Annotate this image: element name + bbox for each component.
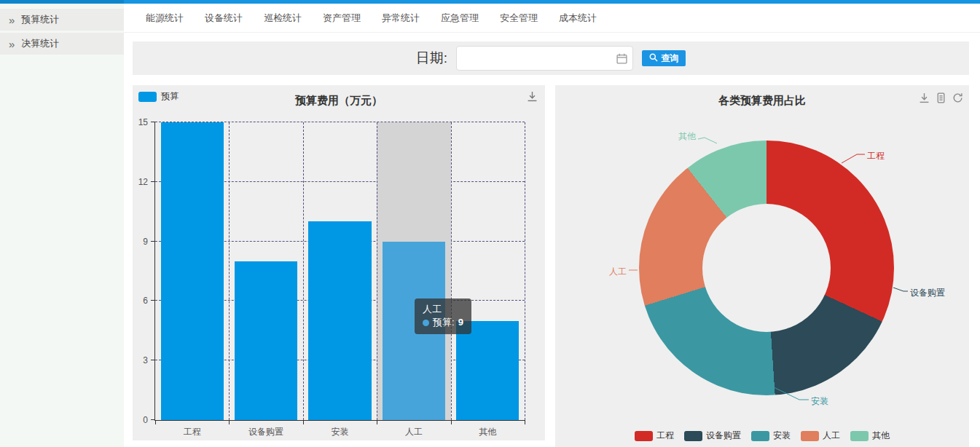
y-axis-tick-label: 9	[143, 237, 148, 247]
bar[interactable]	[235, 261, 297, 420]
search-icon	[649, 53, 658, 64]
bar-slot-1[interactable]: 设备购置	[229, 122, 302, 420]
nav-tab-5[interactable]: 应急管理	[441, 12, 479, 25]
x-axis-tick-label: 安装	[303, 426, 377, 438]
x-axis-tick-label: 工程	[155, 426, 229, 438]
pie-label-other: 其他	[678, 130, 696, 143]
date-input[interactable]	[457, 53, 632, 64]
sidebar-item-final-stats[interactable]: » 决算统计	[0, 33, 124, 55]
sidebar: » 预算统计 » 决算统计	[0, 4, 124, 447]
y-axis-tick-label: 15	[138, 117, 148, 127]
nav-tab-1[interactable]: 设备统计	[205, 12, 243, 25]
nav-tab-3[interactable]: 资产管理	[323, 12, 361, 25]
legend-label: 工程	[656, 430, 674, 442]
calendar-icon[interactable]	[616, 53, 627, 67]
y-axis-tick-label: 3	[143, 355, 148, 365]
legend-label: 安装	[773, 430, 791, 442]
bar[interactable]	[308, 221, 371, 420]
y-axis-tick-label: 6	[143, 296, 148, 306]
y-axis-tick-label: 0	[143, 415, 148, 425]
pie-legend-item-2[interactable]: 安装	[751, 430, 791, 442]
pie-label-install: 安装	[811, 395, 828, 408]
pie-legend: 工程设备购置安装人工其他	[555, 430, 969, 442]
x-axis-tick-label: 设备购置	[229, 426, 302, 438]
double-chevron-icon: »	[9, 15, 15, 25]
refresh-icon[interactable]	[952, 92, 963, 106]
legend-label: 设备购置	[706, 430, 741, 442]
pie-legend-item-3[interactable]: 人工	[801, 430, 840, 442]
legend-swatch	[684, 431, 702, 441]
bar[interactable]	[383, 242, 445, 420]
pie-label-engineering: 工程	[867, 150, 885, 162]
donut-chart[interactable]	[639, 141, 894, 395]
page: » 预算统计 » 决算统计 能源统计设备统计巡检统计资产管理异常统计应急管理安全…	[0, 0, 980, 447]
bar-slot-0[interactable]: 工程	[155, 122, 229, 420]
legend-label: 人工	[823, 430, 840, 442]
download-icon[interactable]	[919, 92, 930, 106]
date-label: 日期:	[416, 49, 447, 68]
donut-hole	[702, 204, 831, 332]
bar-chart-card: 预算 预算费用（万元） 03691215工程设备购置安装人工其他 人工 预算: …	[133, 85, 545, 440]
date-picker[interactable]	[456, 46, 633, 71]
pie-legend-item-4[interactable]: 其他	[850, 430, 890, 442]
pie-legend-item-0[interactable]: 工程	[635, 430, 674, 442]
x-axis-tick-label: 人工	[377, 426, 450, 438]
legend-swatch	[801, 431, 819, 441]
bar-plot: 03691215工程设备购置安装人工其他 人工 预算: 9	[154, 122, 525, 421]
bar-slot-4[interactable]: 其他	[451, 122, 525, 420]
pie-chart-card: 各类预算费用占比	[555, 85, 969, 447]
sidebar-item-budget-stats[interactable]: » 预算统计	[0, 9, 124, 31]
pie-label-labor: 人工	[609, 266, 627, 278]
double-chevron-icon: »	[9, 39, 15, 50]
bar-slot-2[interactable]: 安装	[303, 122, 377, 420]
filter-bar: 日期: 查询	[133, 41, 969, 75]
pie-label-equipment: 设备购置	[910, 287, 945, 299]
chart-toolbox	[919, 92, 963, 106]
data-view-icon[interactable]	[936, 92, 946, 106]
query-button[interactable]: 查询	[642, 50, 686, 66]
nav-tab-7[interactable]: 成本统计	[559, 12, 597, 25]
nav-tab-0[interactable]: 能源统计	[146, 12, 184, 25]
bar-slot-3[interactable]: 人工	[377, 122, 450, 420]
bar-chart-title: 预算费用（万元）	[133, 94, 545, 108]
nav-tab-6[interactable]: 安全管理	[500, 12, 538, 25]
legend-swatch	[751, 431, 769, 441]
y-axis-tick-label: 12	[138, 177, 148, 187]
nav-tab-4[interactable]: 异常统计	[382, 12, 420, 25]
query-button-label: 查询	[661, 52, 678, 65]
legend-swatch	[850, 431, 869, 441]
pie-legend-item-1[interactable]: 设备购置	[684, 430, 741, 442]
nav-tab-2[interactable]: 巡检统计	[264, 12, 302, 25]
sidebar-item-label: 决算统计	[21, 37, 59, 50]
bar[interactable]	[456, 321, 519, 420]
pie-chart-title: 各类预算费用占比	[555, 94, 969, 108]
bar[interactable]	[161, 122, 224, 420]
sidebar-item-label: 预算统计	[21, 13, 59, 26]
legend-swatch	[635, 431, 653, 441]
legend-label: 其他	[872, 430, 890, 442]
nav-tabs: 能源统计设备统计巡检统计资产管理异常统计应急管理安全管理成本统计	[124, 4, 980, 33]
x-axis-tick-label: 其他	[451, 426, 525, 438]
